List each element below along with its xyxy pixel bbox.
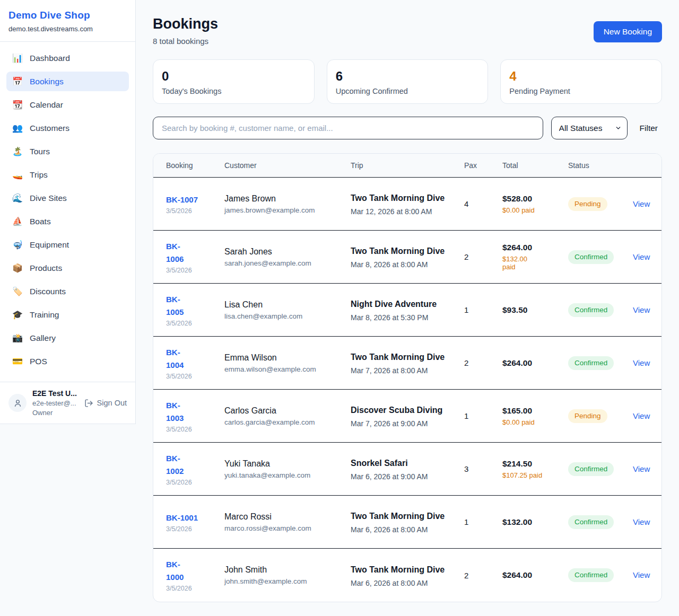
paid-amount: $132.00 paid (502, 255, 535, 271)
sidebar-item-dashboard[interactable]: 📊Dashboard (6, 48, 129, 68)
customer-name: Lisa Chen (224, 300, 344, 310)
column-header: Status (568, 161, 633, 170)
sidebar-item-boats[interactable]: ⛵Boats (6, 212, 129, 231)
status-badge: Confirmed (568, 250, 614, 264)
sidebar-item-trips[interactable]: 🚤Trips (6, 165, 129, 184)
tearoff-calendar-icon: 📆 (12, 100, 23, 110)
new-booking-button[interactable]: New Booking (594, 21, 662, 42)
speedboat-icon: 🚤 (12, 170, 23, 180)
paid-amount: $0.00 paid (502, 418, 562, 426)
trip-name: Night Dive Adventure (351, 298, 458, 311)
stat-label: Today's Bookings (162, 87, 306, 95)
view-link[interactable]: View (633, 358, 650, 367)
table-row: BK-10073/5/2026James Brownjames.brown@ex… (153, 178, 661, 231)
trip-cell: Snorkel SafariMar 6, 2026 at 9:00 AM (351, 457, 464, 481)
sidebar-item-label: Dive Sites (30, 193, 67, 203)
total-cell: $93.50 (502, 305, 568, 315)
customer-email: yuki.tanaka@example.com (224, 471, 344, 479)
actions-cell: View (633, 411, 656, 421)
calendar-icon: 📅 (12, 76, 23, 86)
sidebar-item-calendar[interactable]: 📆Calendar (6, 95, 129, 115)
filter-row: All Statuses Filter (153, 117, 662, 139)
status-select[interactable]: All Statuses (551, 117, 628, 139)
booking-id-link[interactable]: BK-1002 (166, 452, 218, 478)
label-tag-icon: 🏷️ (12, 286, 23, 296)
main-content: Bookings 8 total bookings New Booking 0T… (136, 0, 679, 602)
sidebar-item-tours[interactable]: 🏝️Tours (6, 142, 129, 161)
trip-date: Mar 8, 2026 at 8:00 AM (351, 260, 458, 269)
booking-id-link[interactable]: BK-1000 (166, 558, 218, 584)
actions-cell: View (633, 305, 656, 315)
booking-id-link[interactable]: BK-1007 (166, 193, 218, 206)
sidebar-item-bookings[interactable]: 📅Bookings (6, 72, 129, 91)
table-row: BK-10053/5/2026Lisa Chenlisa.chen@exampl… (153, 284, 661, 337)
customer-cell: Marco Rossimarco.rossi@example.com (224, 512, 351, 532)
sidebar-item-equipment[interactable]: 🤿Equipment (6, 235, 129, 254)
total-cell: $165.00$0.00 paid (502, 406, 568, 426)
avatar (8, 394, 27, 412)
sidebar-item-dive-sites[interactable]: 🌊Dive Sites (6, 188, 129, 208)
sidebar-item-discounts[interactable]: 🏷️Discounts (6, 281, 129, 301)
view-link[interactable]: View (633, 411, 650, 420)
table-row: BK-10043/5/2026Emma Wilsonemma.wilson@ex… (153, 337, 661, 390)
booking-id-link[interactable]: BK-1004 (166, 346, 218, 372)
pax-value: 2 (464, 252, 496, 261)
trip-date: Mar 8, 2026 at 5:30 PM (351, 313, 458, 322)
total-amount: $264.00 (502, 243, 562, 252)
view-link[interactable]: View (633, 252, 650, 261)
booking-id-link[interactable]: BK-1006 (166, 240, 218, 266)
sidebar-item-products[interactable]: 📦Products (6, 258, 129, 278)
booking-cell: BK-10003/5/2026 (166, 558, 224, 592)
trip-name: Two Tank Morning Dive (351, 192, 458, 205)
status-badge: Confirmed (568, 462, 614, 476)
total-cell: $214.50$107.25 paid (502, 459, 568, 479)
search-input[interactable] (153, 117, 543, 139)
sidebar-item-gallery[interactable]: 📸Gallery (6, 328, 129, 348)
column-header: Trip (351, 161, 464, 170)
status-cell: Pending (568, 409, 633, 423)
sidebar-item-label: Gallery (30, 333, 56, 343)
table-row: BK-10063/5/2026Sarah Jonessarah.jones@ex… (153, 231, 661, 284)
booking-date: 3/5/2026 (166, 373, 218, 380)
sidebar-item-label: Tours (30, 147, 50, 156)
table-body: BK-10073/5/2026James Brownjames.brown@ex… (153, 178, 661, 602)
view-link[interactable]: View (633, 517, 650, 526)
sidebar-item-customers[interactable]: 👥Customers (6, 118, 129, 138)
customer-name: Emma Wilson (224, 353, 344, 363)
booking-date: 3/5/2026 (166, 479, 218, 486)
view-link[interactable]: View (633, 199, 650, 208)
total-amount: $528.00 (502, 194, 562, 204)
trip-date: Mar 7, 2026 at 9:00 AM (351, 419, 458, 428)
trip-cell: Discover Scuba DivingMar 7, 2026 at 9:00… (351, 404, 464, 428)
filter-button[interactable]: Filter (636, 124, 662, 133)
booking-id-link[interactable]: BK-1005 (166, 293, 218, 319)
actions-cell: View (633, 570, 656, 580)
customer-cell: Lisa Chenlisa.chen@example.com (224, 300, 351, 320)
customer-cell: Carlos Garciacarlos.garcia@example.com (224, 406, 351, 426)
pax-value: 1 (464, 517, 496, 526)
booking-id-link[interactable]: BK-1001 (166, 512, 218, 524)
sidebar-item-training[interactable]: 🎓Training (6, 305, 129, 324)
bookings-table: BookingCustomerTripPaxTotalStatus BK-100… (153, 153, 662, 602)
trip-date: Mar 7, 2026 at 8:00 AM (351, 366, 458, 375)
customer-cell: James Brownjames.brown@example.com (224, 194, 351, 214)
status-badge: Pending (568, 197, 607, 211)
stat-card: 0Today's Bookings (153, 59, 315, 104)
table-row: BK-10013/5/2026Marco Rossimarco.rossi@ex… (153, 496, 661, 549)
booking-date: 3/5/2026 (166, 426, 218, 433)
pax-cell: 2 (464, 571, 502, 580)
booking-id-link[interactable]: BK-1003 (166, 399, 218, 425)
booking-cell: BK-10053/5/2026 (166, 293, 224, 327)
view-link[interactable]: View (633, 305, 650, 314)
sidebar-user-section: E2E Test U... e2e-tester@... Owner Sign … (0, 382, 135, 424)
sign-out-button[interactable]: Sign Out (84, 399, 127, 408)
pax-cell: 1 (464, 517, 502, 526)
booking-cell: BK-10073/5/2026 (166, 193, 224, 215)
trip-cell: Two Tank Morning DiveMar 12, 2026 at 8:0… (351, 192, 464, 216)
person-icon (13, 399, 22, 408)
view-link[interactable]: View (633, 464, 650, 473)
page-header: Bookings 8 total bookings New Booking (153, 16, 662, 46)
stat-label: Upcoming Confirmed (336, 87, 480, 95)
sidebar-item-pos[interactable]: 💳POS (6, 351, 129, 371)
view-link[interactable]: View (633, 570, 650, 579)
